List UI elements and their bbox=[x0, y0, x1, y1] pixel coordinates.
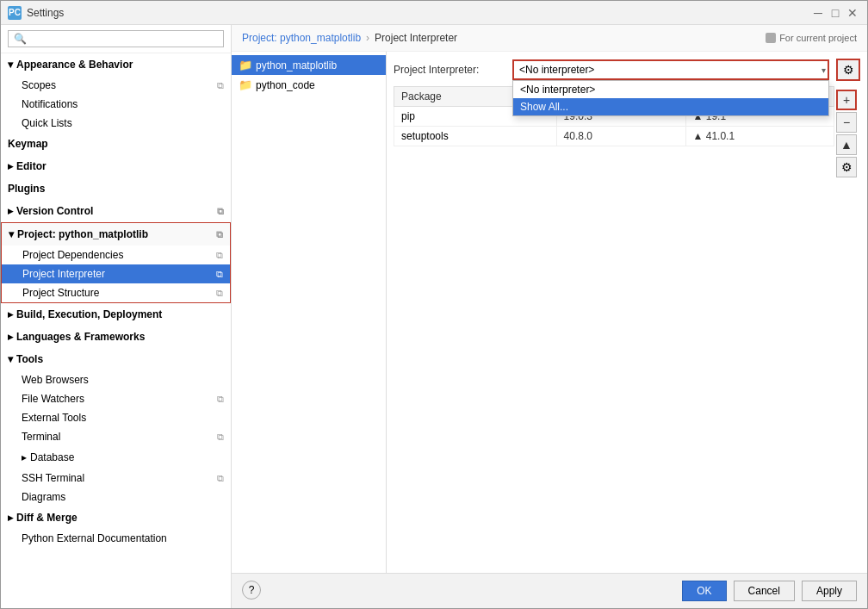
file-tree-item-python-code[interactable]: 📁 python_code bbox=[232, 75, 386, 95]
sidebar-item-label: Editor bbox=[16, 160, 46, 172]
sidebar-item-scopes[interactable]: Scopes ⧉ bbox=[1, 76, 231, 95]
interpreter-gear-button[interactable]: ⚙ bbox=[836, 59, 860, 81]
help-button[interactable]: ? bbox=[242, 581, 261, 600]
copy-icon: ⧉ bbox=[217, 206, 224, 217]
sidebar-item-web-browsers[interactable]: Web Browsers bbox=[1, 370, 231, 389]
scroll-up-button[interactable]: ▲ bbox=[836, 134, 857, 155]
close-button[interactable]: ✕ bbox=[845, 5, 860, 21]
sidebar: ▾ Appearance & Behavior Scopes ⧉ Notific… bbox=[1, 25, 232, 608]
minimize-button[interactable]: ─ bbox=[810, 5, 826, 21]
settings-button[interactable]: ⚙ bbox=[836, 157, 857, 177]
interpreter-select[interactable]: <No interpreter> ▾ bbox=[512, 59, 829, 80]
title-bar-controls: ─ □ ✕ bbox=[810, 5, 860, 21]
breadcrumb-project[interactable]: Project: python_matplotlib bbox=[242, 32, 361, 44]
sidebar-item-label: Project Structure bbox=[22, 287, 99, 299]
maximize-button[interactable]: □ bbox=[828, 5, 843, 21]
copy-icon: ⧉ bbox=[216, 250, 223, 261]
sidebar-item-project-interpreter[interactable]: Project Interpreter ⧉ bbox=[2, 264, 230, 283]
breadcrumb: Project: python_matplotlib › Project Int… bbox=[232, 25, 867, 52]
sidebar-item-terminal[interactable]: Terminal ⧉ bbox=[1, 427, 231, 446]
expand-arrow: ▸ bbox=[22, 451, 27, 463]
sidebar-item-plugins[interactable]: Plugins bbox=[1, 177, 231, 200]
sidebar-item-diff-merge[interactable]: ▸ Diff & Merge bbox=[1, 506, 231, 529]
sidebar-item-external-tools[interactable]: External Tools bbox=[1, 408, 231, 427]
sidebar-item-languages-frameworks[interactable]: ▸ Languages & Frameworks bbox=[1, 326, 231, 348]
dropdown-option-label: Show All... bbox=[520, 101, 568, 113]
sidebar-item-file-watchers[interactable]: File Watchers ⧉ bbox=[1, 389, 231, 408]
ok-button[interactable]: OK bbox=[682, 581, 726, 601]
expand-arrow: ▸ bbox=[8, 331, 13, 343]
sidebar-search-area bbox=[1, 25, 231, 53]
file-tree-item-python-matplotlib[interactable]: 📁 python_matplotlib bbox=[232, 55, 386, 75]
copy-icon: ⧉ bbox=[217, 473, 224, 484]
sidebar-item-appearance-behavior[interactable]: ▾ Appearance & Behavior bbox=[1, 53, 231, 76]
dropdown-option-no-interpreter[interactable]: <No interpreter> bbox=[513, 81, 828, 98]
package-latest: ▲ 41.0.1 bbox=[685, 127, 834, 146]
sidebar-item-label: Scopes bbox=[22, 79, 56, 91]
plus-icon: + bbox=[843, 93, 850, 107]
copy-icon: ⧉ bbox=[217, 432, 224, 443]
package-version: 40.8.0 bbox=[556, 127, 685, 146]
apply-label: Apply bbox=[816, 585, 842, 597]
expand-arrow: ▸ bbox=[8, 308, 13, 320]
scroll-up-icon: ▲ bbox=[840, 138, 852, 152]
expand-arrow: ▾ bbox=[9, 228, 14, 240]
sidebar-item-notifications[interactable]: Notifications bbox=[1, 95, 231, 114]
sidebar-item-project-python-matplotlib[interactable]: ▾ Project: python_matplotlib ⧉ bbox=[2, 223, 230, 245]
sidebar-item-ssh-terminal[interactable]: SSH Terminal ⧉ bbox=[1, 469, 231, 488]
sidebar-item-label: Database bbox=[30, 451, 74, 463]
remove-package-button[interactable]: − bbox=[836, 112, 857, 133]
ok-label: OK bbox=[697, 585, 711, 597]
sidebar-item-python-external-doc[interactable]: Python External Documentation bbox=[1, 529, 231, 548]
interpreter-row: Project Interpreter: <No interpreter> ▾ … bbox=[394, 59, 860, 81]
main-panel: Project: python_matplotlib › Project Int… bbox=[232, 25, 867, 608]
project-section: ▾ Project: python_matplotlib ⧉ Project D… bbox=[1, 222, 231, 303]
sidebar-item-label: Project: python_matplotlib bbox=[17, 228, 148, 240]
dropdown-option-show-all[interactable]: Show All... bbox=[513, 98, 828, 115]
add-package-button[interactable]: + bbox=[836, 90, 857, 110]
sidebar-item-label: File Watchers bbox=[22, 393, 84, 405]
expand-arrow: ▾ bbox=[8, 59, 13, 71]
search-input[interactable] bbox=[8, 30, 224, 47]
content-area: ▾ Appearance & Behavior Scopes ⧉ Notific… bbox=[1, 25, 867, 608]
gear-icon: ⚙ bbox=[843, 63, 854, 77]
interpreter-value: <No interpreter> bbox=[519, 64, 594, 76]
file-tree-label: python_matplotlib bbox=[256, 59, 337, 71]
right-panel: Project Interpreter: <No interpreter> ▾ … bbox=[387, 52, 867, 573]
sidebar-item-label: Python External Documentation bbox=[22, 532, 167, 544]
breadcrumb-separator: › bbox=[366, 32, 369, 44]
cancel-button[interactable]: Cancel bbox=[734, 581, 795, 601]
breadcrumb-current: Project Interpreter bbox=[375, 32, 457, 44]
sidebar-item-label: Notifications bbox=[22, 98, 78, 110]
expand-arrow: ▸ bbox=[8, 160, 13, 172]
sidebar-item-build-execution[interactable]: ▸ Build, Execution, Deployment bbox=[1, 303, 231, 326]
apply-button[interactable]: Apply bbox=[802, 581, 857, 601]
sidebar-item-tools[interactable]: ▾ Tools bbox=[1, 348, 231, 370]
copy-icon: ⧉ bbox=[217, 80, 224, 91]
sidebar-item-label: Build, Execution, Deployment bbox=[16, 308, 162, 320]
package-table-wrapper: Package Version Latest pip 19.0.3 bbox=[394, 86, 860, 573]
interpreter-dropdown-list: <No interpreter> Show All... bbox=[512, 80, 829, 116]
expand-arrow: ▸ bbox=[8, 205, 13, 217]
sidebar-item-label: Project Interpreter bbox=[22, 268, 105, 280]
sidebar-item-diagrams[interactable]: Diagrams bbox=[1, 488, 231, 506]
sidebar-item-label: Project Dependencies bbox=[22, 249, 123, 261]
help-icon: ? bbox=[249, 584, 255, 596]
table-actions: + − ▲ ⚙ bbox=[833, 86, 860, 181]
sidebar-item-editor[interactable]: ▸ Editor bbox=[1, 155, 231, 177]
settings-icon: ⚙ bbox=[841, 160, 852, 174]
interpreter-dropdown: <No interpreter> ▾ <No interpreter> bbox=[512, 59, 829, 80]
sidebar-item-project-structure[interactable]: Project Structure ⧉ bbox=[2, 283, 230, 302]
file-tree: 📁 python_matplotlib 📁 python_code bbox=[232, 52, 387, 573]
for-current-project: For current project bbox=[766, 33, 857, 43]
sidebar-item-label: Plugins bbox=[8, 183, 45, 195]
sidebar-item-database[interactable]: ▸ Database bbox=[1, 446, 231, 469]
sidebar-item-project-dependencies[interactable]: Project Dependencies ⧉ bbox=[2, 245, 230, 264]
copy-icon: ⧉ bbox=[217, 394, 224, 405]
folder-icon: 📁 bbox=[239, 78, 252, 91]
expand-arrow: ▸ bbox=[8, 512, 13, 524]
sidebar-item-keymap[interactable]: Keymap bbox=[1, 133, 231, 155]
sidebar-item-version-control[interactable]: ▸ Version Control ⧉ bbox=[1, 200, 231, 222]
sidebar-item-quick-lists[interactable]: Quick Lists bbox=[1, 114, 231, 133]
title-bar-left: PC Settings bbox=[8, 6, 64, 20]
